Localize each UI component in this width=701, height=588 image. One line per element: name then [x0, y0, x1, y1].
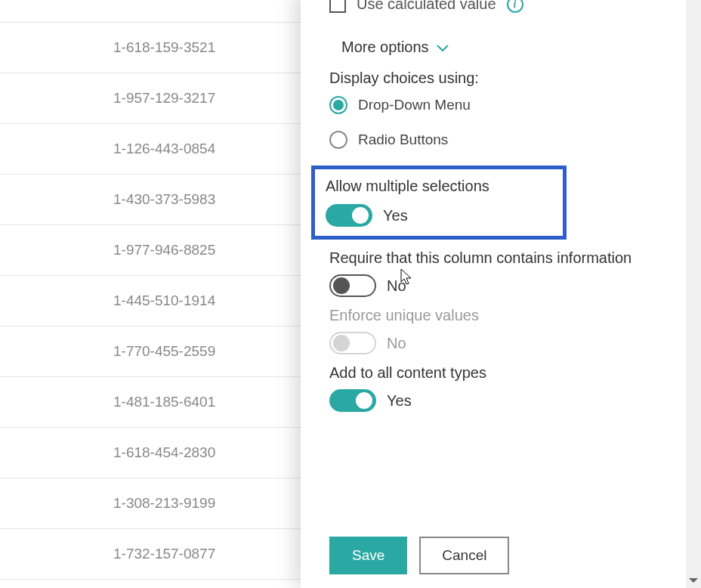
allow-multiple-toggle-row: Yes: [326, 204, 555, 227]
list-item[interactable]: 1-430-373-5983: [0, 175, 302, 225]
list-item[interactable]: 1-977-946-8825: [0, 225, 302, 276]
radio-drop-down-menu[interactable]: Drop-Down Menu: [329, 96, 657, 114]
allow-multiple-toggle[interactable]: [326, 204, 372, 227]
use-calculated-value-label: Use calculated value: [357, 0, 496, 13]
phone-number: 1-430-373-5983: [113, 191, 215, 208]
phone-number: 1-618-454-2830: [113, 444, 215, 461]
cancel-button[interactable]: Cancel: [419, 537, 509, 574]
radio-label: Drop-Down Menu: [358, 97, 471, 113]
enforce-unique-toggle-row: No: [329, 332, 657, 354]
phone-number: 1-957-129-3217: [113, 90, 215, 107]
list-item[interactable]: 1-618-159-3521: [0, 23, 302, 73]
toggle-knob: [352, 207, 369, 224]
phone-number: 1-618-159-3521: [113, 39, 215, 56]
add-to-content-types-section: Add to all content types Yes: [329, 362, 657, 412]
radio-input[interactable]: [329, 96, 347, 114]
phone-number: 1-445-510-1914: [113, 292, 215, 309]
info-icon[interactable]: i: [507, 0, 523, 13]
save-button[interactable]: Save: [329, 537, 407, 574]
list-item[interactable]: 1-308-213-9199: [0, 478, 302, 529]
enforce-unique-toggle: [329, 332, 376, 354]
more-options-label: More options: [341, 39, 429, 56]
scroll-down-arrow-icon[interactable]: [686, 573, 701, 588]
radio-radio-buttons[interactable]: Radio Buttons: [329, 131, 657, 149]
allow-multiple-label: Allow multiple selections: [326, 175, 555, 197]
list-item[interactable]: 1-732-157-0877: [0, 529, 302, 580]
list-item[interactable]: 1-770-455-2559: [0, 326, 302, 377]
list-item[interactable]: 1-957-129-3217: [0, 73, 302, 124]
background-phone-list: 1-618-159-3521 1-957-129-3217 1-126-443-…: [0, 0, 302, 588]
phone-number: 1-732-157-0877: [113, 546, 215, 562]
scrollbar-track[interactable]: [686, 0, 701, 588]
enforce-unique-value: No: [387, 335, 406, 352]
toggle-knob: [333, 277, 350, 294]
list-item[interactable]: 1-445-510-1914: [0, 276, 302, 326]
more-options-toggle[interactable]: More options: [329, 39, 657, 56]
panel-footer: Save Cancel: [301, 523, 686, 588]
phone-number: 1-481-185-6401: [113, 394, 215, 410]
allow-multiple-value: Yes: [383, 207, 408, 224]
phone-number: 1-977-946-8825: [113, 242, 215, 258]
display-choices-radio-group: Drop-Down Menu Radio Buttons: [329, 96, 657, 149]
phone-number: 1-770-455-2559: [113, 343, 215, 360]
use-calculated-value-row: Use calculated value i: [329, 0, 657, 13]
require-info-value: No: [387, 277, 406, 295]
use-calculated-value-checkbox[interactable]: [329, 0, 346, 13]
phone-number: 1-308-213-9199: [113, 495, 215, 512]
list-item[interactable]: 1-481-185-6401: [0, 377, 302, 428]
toggle-knob: [356, 392, 372, 409]
display-choices-section: Display choices using: Drop-Down Menu Ra…: [329, 70, 657, 149]
require-info-toggle[interactable]: [329, 274, 376, 297]
add-to-content-types-value: Yes: [387, 392, 412, 410]
chevron-down-icon: [437, 39, 449, 56]
display-choices-heading: Display choices using:: [329, 70, 657, 87]
list-item[interactable]: 1-618-454-2830: [0, 428, 302, 478]
list-item: [0, 0, 302, 23]
list-item[interactable]: 1-126-443-0854: [0, 124, 302, 175]
phone-number: 1-126-443-0854: [113, 141, 215, 157]
radio-label: Radio Buttons: [358, 132, 448, 148]
column-settings-panel: Use calculated value i More options Disp…: [301, 0, 686, 588]
enforce-unique-section: Enforce unique values No: [329, 305, 657, 354]
add-to-content-types-label: Add to all content types: [329, 362, 657, 383]
require-info-section: Require that this column contains inform…: [329, 247, 657, 297]
enforce-unique-label: Enforce unique values: [329, 305, 657, 326]
require-info-toggle-row: No: [329, 274, 657, 297]
add-to-content-types-toggle-row: Yes: [329, 389, 657, 412]
allow-multiple-highlight: Allow multiple selections Yes: [311, 166, 567, 240]
require-info-label: Require that this column contains inform…: [329, 247, 657, 268]
toggle-knob: [333, 335, 350, 351]
radio-input[interactable]: [329, 131, 347, 149]
panel-content: Use calculated value i More options Disp…: [301, 0, 686, 523]
add-to-content-types-toggle[interactable]: [329, 389, 376, 412]
